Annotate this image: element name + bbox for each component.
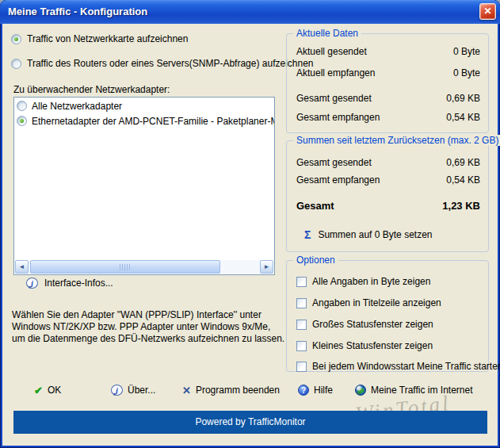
stat-label: Gesamt gesendet bbox=[296, 93, 372, 104]
group-title: Optionen bbox=[293, 255, 338, 266]
radio-label: Traffic des Routers oder eines Servers(S… bbox=[27, 58, 314, 69]
dialog-body: Traffic von Netzwerkkarte aufzeichnen Tr… bbox=[2, 24, 498, 446]
checkbox-titelzeile[interactable]: Angaben in Titelzeile anzeigen bbox=[296, 297, 441, 309]
checkbox-grosses-statusfenster[interactable]: Großes Statusfenster zeigen bbox=[296, 318, 433, 331]
checkbox-icon[interactable] bbox=[296, 320, 307, 330]
horizontal-scrollbar[interactable]: ◄ ► bbox=[15, 260, 273, 274]
powered-by-banner[interactable]: Powered by TrafficMonitor bbox=[13, 411, 487, 434]
interface-infos-label: Interface-Infos... bbox=[44, 278, 113, 289]
checkbox-label: Großes Statusfenster zeigen bbox=[312, 319, 433, 330]
config-window: Meine Traffic - Konfiguration ✕ Traffic … bbox=[0, 0, 500, 448]
info-icon: i bbox=[26, 278, 38, 289]
adapter-list-label: Zu überwachender Netzwerkadapter: bbox=[13, 84, 170, 95]
group-summen: Summen seit letztem Zurücksetzen (max. 2… bbox=[286, 140, 489, 252]
about-button[interactable]: i Über... bbox=[111, 382, 155, 398]
checkbox-label: Alle Angaben in Byte zeigen bbox=[312, 276, 430, 287]
group-title: Aktuelle Daten bbox=[293, 28, 361, 39]
check-icon: ✔ bbox=[34, 385, 43, 396]
checkbox-label: Kleines Statusfenster zeigen bbox=[312, 340, 433, 351]
group-aktuelle-daten: Aktuelle Daten Aktuell gesendet 0 Byte A… bbox=[286, 33, 489, 133]
ok-label: OK bbox=[48, 385, 61, 396]
globe-icon bbox=[355, 385, 366, 396]
ok-button[interactable]: ✔ OK bbox=[34, 382, 61, 398]
stat-row: Gesamt empfangen 0,54 KB bbox=[296, 112, 480, 123]
stat-value: 0,69 KB bbox=[446, 93, 480, 104]
website-link[interactable]: Meine Traffic im Internet bbox=[355, 382, 473, 398]
about-label: Über... bbox=[128, 385, 155, 396]
scroll-left-icon[interactable]: ◄ bbox=[15, 260, 29, 274]
stat-label: Gesamt empfangen bbox=[296, 112, 380, 123]
window-title: Meine Traffic - Konfiguration bbox=[8, 0, 147, 24]
adapter-listbox[interactable]: Alle Netzwerkadapter Ethernetadapter der… bbox=[13, 97, 275, 275]
radio-traffic-netzwerkkarte[interactable]: Traffic von Netzwerkkarte aufzeichnen bbox=[11, 33, 188, 45]
checkbox-byte-zeigen[interactable]: Alle Angaben in Byte zeigen bbox=[296, 275, 430, 288]
checkbox-icon[interactable] bbox=[296, 362, 307, 372]
close-icon[interactable]: ✕ bbox=[479, 3, 496, 20]
stat-value: 1,23 KB bbox=[442, 200, 480, 212]
stat-value: 0 Byte bbox=[453, 67, 480, 78]
checkbox-windowsstart[interactable]: Bei jedem Windowsstart Meine Traffic sta… bbox=[296, 360, 500, 373]
stat-value: 0,54 KB bbox=[446, 112, 480, 123]
website-label: Meine Traffic im Internet bbox=[371, 385, 473, 396]
hint-line: um die Datenmenge des DFÜ-Netzwerks aufz… bbox=[12, 333, 285, 345]
quit-program-button[interactable]: ✕ Programm beenden bbox=[182, 382, 280, 398]
stat-value: 0,54 KB bbox=[446, 174, 480, 186]
checkbox-kleines-statusfenster[interactable]: Kleines Statusfenster zeigen bbox=[296, 339, 433, 352]
radio-unselected-icon[interactable] bbox=[17, 101, 27, 111]
stat-label: Gesamt gesendet bbox=[296, 157, 372, 168]
x-icon: ✕ bbox=[182, 385, 191, 396]
stat-label: Aktuell empfangen bbox=[296, 67, 375, 78]
radio-label: Traffic von Netzwerkkarte aufzeichnen bbox=[27, 33, 188, 44]
radio-traffic-router-snmp[interactable]: Traffic des Routers oder eines Servers(S… bbox=[11, 57, 314, 70]
stat-label: Gesamt empfangen bbox=[296, 174, 380, 186]
stat-row: Gesamt empfangen 0,54 KB bbox=[296, 174, 480, 186]
checkbox-icon[interactable] bbox=[296, 298, 307, 308]
titlebar[interactable]: Meine Traffic - Konfiguration ✕ bbox=[0, 0, 500, 24]
list-item-label: Ethernetadapter der AMD-PCNET-Familie - … bbox=[32, 116, 274, 127]
scrollbar-track[interactable] bbox=[29, 260, 260, 274]
checkbox-label: Angaben in Titelzeile anzeigen bbox=[312, 297, 441, 308]
stat-value: 0 Byte bbox=[453, 46, 480, 57]
reset-sums-label: Summen auf 0 Byte setzen bbox=[318, 229, 432, 240]
help-label: Hilfe bbox=[314, 385, 333, 396]
help-icon: ? bbox=[298, 385, 309, 396]
hint-line: Wählen Sie den Adapter ''WAN (PPP/SLIP) … bbox=[12, 309, 285, 321]
help-button[interactable]: ? Hilfe bbox=[298, 382, 333, 398]
list-item-label: Alle Netzwerkadapter bbox=[32, 101, 122, 112]
checkbox-icon[interactable] bbox=[296, 341, 307, 351]
stat-row: Gesamt gesendet 0,69 KB bbox=[296, 93, 480, 104]
stat-label: Gesamt bbox=[296, 200, 334, 212]
hint-line: Windows NT/2K/XP bzw. PPP Adapter unter … bbox=[12, 321, 285, 333]
list-item-ethernetadapter[interactable]: Ethernetadapter der AMD-PCNET-Familie - … bbox=[17, 114, 274, 128]
checkbox-label: Bei jedem Windowsstart Meine Traffic sta… bbox=[312, 361, 500, 372]
group-optionen: Optionen Alle Angaben in Byte zeigen Ang… bbox=[286, 260, 489, 372]
radio-selected-icon[interactable] bbox=[17, 116, 27, 126]
stat-row: Gesamt gesendet 0,69 KB bbox=[296, 157, 480, 168]
stat-row: Aktuell empfangen 0 Byte bbox=[296, 67, 480, 78]
scroll-right-icon[interactable]: ► bbox=[260, 260, 273, 274]
sigma-icon: Σ bbox=[304, 228, 311, 241]
info-icon: i bbox=[111, 385, 123, 396]
checkbox-icon[interactable] bbox=[296, 277, 307, 287]
list-item-alle-netzwerkadapter[interactable]: Alle Netzwerkadapter bbox=[17, 99, 274, 113]
reset-sums-link[interactable]: Σ Summen auf 0 Byte setzen bbox=[304, 228, 432, 241]
stat-value: 0,69 KB bbox=[446, 157, 480, 168]
stat-label: Aktuell gesendet bbox=[296, 46, 367, 57]
group-title: Summen seit letztem Zurücksetzen (max. 2… bbox=[293, 135, 500, 146]
radio-selected-icon[interactable] bbox=[11, 34, 21, 44]
stat-row: Aktuell gesendet 0 Byte bbox=[296, 46, 480, 57]
stat-row-total: Gesamt 1,23 KB bbox=[296, 200, 480, 212]
quit-label: Programm beenden bbox=[196, 385, 280, 396]
adapter-hint-text: Wählen Sie den Adapter ''WAN (PPP/SLIP) … bbox=[12, 309, 285, 345]
interface-infos-link[interactable]: i Interface-Infos... bbox=[26, 278, 113, 289]
scrollbar-thumb[interactable] bbox=[30, 260, 220, 274]
radio-unselected-icon[interactable] bbox=[11, 59, 21, 69]
